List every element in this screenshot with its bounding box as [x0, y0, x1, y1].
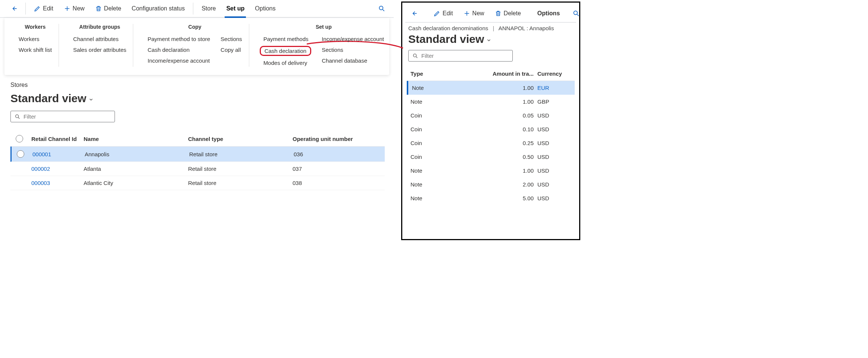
ribbon-item[interactable]: Cash declaration — [260, 46, 312, 56]
config-status-button[interactable]: Configuration status — [128, 3, 188, 14]
store-name: Atlanta — [84, 166, 188, 172]
ribbon-group-title: Workers — [19, 24, 52, 30]
search-button[interactable] — [569, 7, 583, 19]
col-channel-type[interactable]: Channel type — [188, 136, 293, 142]
ribbon-item[interactable]: Sections — [221, 35, 242, 43]
ribbon-column: Payment methodsCash declarationModes of … — [263, 35, 312, 67]
search-icon — [412, 53, 418, 59]
denomination-type: Note — [410, 98, 489, 105]
ribbon-column: Payment method to storeCash declarationI… — [147, 35, 210, 65]
back-button[interactable] — [408, 7, 421, 19]
select-all-radio[interactable] — [16, 135, 23, 142]
table-row[interactable]: Coin0.50USD — [407, 150, 575, 164]
table-row[interactable]: Note5.00USD — [407, 191, 575, 205]
table-row[interactable]: Note1.00GBP — [407, 95, 575, 109]
table-row[interactable]: Coin0.25USD — [407, 136, 575, 150]
denomination-type: Coin — [410, 112, 489, 119]
config-status-label: Configuration status — [132, 5, 185, 12]
tab-store[interactable]: Store — [198, 3, 219, 14]
denomination-amount: 1.00 — [489, 167, 537, 174]
retail-channel-id-link[interactable]: 000002 — [31, 166, 84, 172]
table-row[interactable]: 000001AnnapolisRetail store036 — [10, 147, 385, 162]
store-name: Atlantic City — [84, 180, 188, 186]
col-amount[interactable]: Amount in tra... — [489, 70, 537, 77]
filter-input-wrapper[interactable] — [408, 50, 513, 62]
table-row[interactable]: 000002AtlantaRetail store037 — [10, 162, 385, 176]
ribbon-group: Attribute groupsChannel attributesSales … — [66, 24, 134, 67]
denominations-panel: Edit New Delete Options Cash declaration… — [401, 1, 580, 240]
new-label: New — [472, 10, 484, 17]
edit-button[interactable]: Edit — [430, 8, 457, 19]
delete-button[interactable]: Delete — [91, 3, 125, 14]
svg-point-1 — [16, 114, 19, 117]
options-button[interactable]: Options — [534, 8, 563, 19]
denomination-amount: 0.05 — [489, 112, 537, 119]
table-row[interactable]: Coin0.05USD — [407, 109, 575, 122]
denomination-currency: USD — [537, 195, 571, 201]
filter-input-wrapper[interactable] — [10, 111, 115, 122]
ribbon-item[interactable]: Income/expense account — [147, 57, 210, 65]
filter-input[interactable] — [24, 113, 111, 120]
breadcrumb-separator: | — [493, 25, 494, 31]
new-button[interactable]: New — [60, 3, 88, 14]
table-row[interactable]: Note1.00EUR — [407, 81, 575, 95]
search-button[interactable] — [375, 3, 388, 15]
table-row[interactable]: Coin0.10USD — [407, 122, 575, 136]
col-operating-unit[interactable]: Operating unit number — [293, 136, 390, 142]
retail-channel-id-link[interactable]: 000003 — [31, 180, 84, 186]
ribbon-item[interactable]: Payment method to store — [147, 35, 210, 43]
ribbon-item[interactable]: Sales order attributes — [73, 46, 127, 54]
retail-channel-id-link[interactable]: 000001 — [32, 151, 85, 157]
ribbon-item[interactable]: Work shift list — [19, 46, 52, 54]
new-button[interactable]: New — [460, 8, 488, 19]
plus-icon — [64, 5, 71, 12]
ribbon-item[interactable]: Sections — [322, 46, 384, 54]
ribbon-item[interactable]: Income/expense account — [322, 35, 384, 43]
table-row[interactable]: Note1.00USD — [407, 164, 575, 178]
denomination-currency: GBP — [537, 98, 571, 105]
tab-setup-label: Set up — [226, 5, 244, 12]
table-row[interactable]: 000003Atlantic CityRetail store038 — [10, 176, 385, 190]
ribbon-item[interactable]: Copy all — [221, 46, 242, 54]
row-select-radio[interactable] — [17, 150, 24, 158]
col-currency[interactable]: Currency — [537, 70, 571, 77]
stores-grid: Retail Channel Id Name Channel type Oper… — [10, 131, 385, 190]
delete-button[interactable]: Delete — [491, 8, 525, 19]
ribbon-item[interactable]: Modes of delivery — [263, 59, 312, 67]
ribbon-item[interactable]: Payment methods — [263, 35, 312, 43]
table-row[interactable]: Note2.00USD — [407, 178, 575, 191]
col-retail-channel-id[interactable]: Retail Channel Id — [31, 136, 84, 142]
denomination-amount: 2.00 — [489, 181, 537, 188]
filter-input[interactable] — [421, 53, 509, 59]
edit-button[interactable]: Edit — [30, 3, 57, 14]
ribbon-item[interactable]: Workers — [19, 35, 52, 43]
view-selector[interactable]: Standard view — [10, 92, 94, 105]
ribbon-item[interactable]: Cash declaration — [147, 46, 210, 54]
page-title: Stores — [10, 82, 385, 88]
tab-options[interactable]: Options — [251, 3, 279, 14]
operating-unit-number: 036 — [294, 151, 391, 157]
col-name[interactable]: Name — [84, 136, 188, 142]
options-label: Options — [537, 10, 560, 17]
back-button[interactable] — [7, 3, 21, 15]
ribbon-columns: Payment methodsCash declarationModes of … — [263, 35, 384, 67]
breadcrumb-a: Cash declaration denominations — [408, 25, 488, 31]
denomination-amount: 0.50 — [489, 154, 537, 160]
ribbon-item[interactable]: Channel database — [322, 57, 384, 65]
tab-setup[interactable]: Set up — [222, 3, 248, 14]
tab-options-label: Options — [255, 5, 275, 12]
tab-store-label: Store — [202, 5, 216, 12]
ribbon-item[interactable]: Channel attributes — [73, 35, 127, 43]
col-type[interactable]: Type — [410, 70, 489, 77]
svg-point-3 — [413, 54, 416, 57]
back-arrow-icon — [10, 5, 18, 12]
delete-label: Delete — [504, 10, 521, 17]
toolbar-left: Edit New Delete Configuration status Sto… — [0, 0, 394, 18]
ribbon-column: SectionsCopy all — [221, 35, 242, 65]
denomination-currency[interactable]: EUR — [537, 85, 571, 91]
channel-type: Retail store — [188, 166, 293, 172]
view-selector[interactable]: Standard view — [408, 33, 491, 45]
ribbon-columns: Payment method to storeCash declarationI… — [147, 35, 242, 65]
denomination-currency: USD — [537, 126, 571, 132]
denomination-type: Note — [410, 167, 489, 174]
